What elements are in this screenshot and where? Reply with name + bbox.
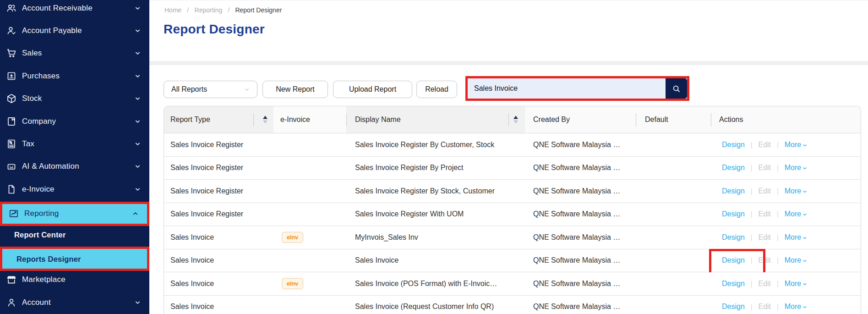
chevron-down-icon	[134, 50, 141, 57]
chevron-down-icon	[134, 299, 141, 306]
sidebar-item-tax[interactable]: Tax	[0, 132, 149, 155]
design-annotation-wrap: Design	[722, 141, 745, 149]
design-link[interactable]: Design	[722, 303, 745, 311]
sidebar-item-account-payable[interactable]: Account Payable	[0, 19, 149, 42]
sidebar-item-ai-automation[interactable]: AI & Automation	[0, 155, 149, 178]
more-link[interactable]: More	[785, 303, 808, 311]
column-header-actions: Actions	[719, 116, 743, 124]
edit-link-disabled: Edit	[758, 187, 771, 195]
report-type-cell: Sales Invoice Register	[170, 164, 243, 172]
design-link[interactable]: Design	[722, 210, 745, 218]
design-link[interactable]: Design	[722, 164, 745, 172]
more-link[interactable]: More	[785, 256, 808, 264]
display-name-cell: Sales Invoice Register With UOM	[355, 210, 464, 218]
more-link[interactable]: More	[785, 280, 808, 288]
design-link[interactable]: Design	[722, 256, 745, 264]
sidebar-item-account[interactable]: Account	[0, 291, 149, 314]
more-link[interactable]: More	[785, 141, 808, 149]
sidebar-item-reporting[interactable]: Reporting	[0, 202, 149, 226]
design-link[interactable]: Design	[722, 141, 745, 149]
breadcrumb-current: Report Designer	[235, 6, 282, 14]
report-designer-page: Account Receivable Account Payable Sales…	[0, 0, 868, 314]
column-header-report-type[interactable]: Report Type	[170, 116, 210, 124]
breadcrumb-separator: /	[228, 6, 229, 14]
new-report-button[interactable]: New Report	[262, 81, 328, 98]
display-name-cell: Sales Invoice	[355, 256, 399, 264]
design-link[interactable]: Design	[722, 233, 745, 242]
report-type-cell: Sales Invoice	[170, 256, 214, 264]
report-type-cell: Sales Invoice	[170, 280, 214, 288]
more-link[interactable]: More	[785, 233, 808, 242]
report-filter-select[interactable]: All Reports	[164, 81, 257, 98]
sidebar-item-purchases[interactable]: Purchases	[0, 65, 149, 87]
chart-icon	[8, 208, 19, 219]
row-actions: Design | Edit | More	[722, 233, 808, 242]
section-divider	[149, 61, 868, 65]
sidebar-item-report-center[interactable]: Report Center	[0, 223, 149, 246]
chevron-down-icon	[802, 258, 808, 264]
report-type-cell: Sales Invoice Register	[170, 210, 243, 218]
more-link[interactable]: More	[785, 187, 808, 195]
book-icon	[6, 116, 17, 127]
action-separator: |	[751, 234, 753, 241]
sidebar-item-e-invoice[interactable]: e-Invoice	[0, 178, 149, 200]
row-actions: Design | Edit | More	[722, 187, 808, 195]
column-header-einvoice: e-Invoice	[280, 116, 310, 124]
sidebar-item-account-receivable[interactable]: Account Receivable	[0, 0, 149, 19]
created-by-cell: QNE Software Malaysia …	[533, 210, 620, 218]
action-separator: |	[777, 257, 779, 264]
chevron-down-icon	[802, 304, 808, 310]
report-filter-value: All Reports	[171, 85, 207, 94]
search-button[interactable]	[666, 78, 687, 99]
chevron-down-icon	[802, 235, 808, 241]
display-name-cell: Sales Invoice Register By Project	[355, 164, 464, 172]
created-by-cell: QNE Software Malaysia …	[533, 256, 620, 264]
action-separator: |	[751, 303, 753, 310]
breadcrumb-separator: /	[187, 6, 189, 14]
row-actions: Design | Edit | More	[722, 303, 808, 311]
chevron-down-icon	[134, 5, 141, 11]
einv-badge: eInv	[282, 232, 303, 243]
annotation-box-search	[465, 76, 689, 101]
created-by-cell: QNE Software Malaysia …	[533, 141, 620, 149]
design-link[interactable]: Design	[722, 280, 745, 288]
design-annotation-wrap: Design	[722, 187, 745, 195]
tax-doc-icon	[6, 138, 17, 149]
design-annotation-wrap: Design	[722, 280, 745, 288]
more-link[interactable]: More	[785, 164, 808, 172]
breadcrumb-reporting[interactable]: Reporting	[195, 6, 223, 14]
more-link[interactable]: More	[785, 210, 808, 218]
edit-link-disabled: Edit	[758, 303, 771, 311]
sidebar-item-reports-designer[interactable]: Reports Designer	[0, 247, 149, 271]
display-name-cell: Sales Invoice (POS Format) with E-Invoic…	[355, 280, 497, 288]
row-actions: Design | Edit | More	[722, 210, 808, 218]
search-input[interactable]	[468, 78, 666, 99]
document-icon	[6, 184, 17, 195]
table-row: Sales Invoice Sales Invoice QNE Software…	[164, 249, 861, 273]
sidebar-item-marketplace[interactable]: Marketplace	[0, 269, 149, 291]
reload-button[interactable]: Reload	[416, 81, 457, 98]
edit-link-disabled: Edit	[758, 233, 771, 242]
action-separator: |	[751, 187, 753, 195]
action-separator: |	[751, 164, 753, 171]
display-name-cell: MyInvois_Sales Inv	[355, 233, 418, 242]
chevron-down-icon	[802, 165, 808, 171]
sidebar-item-company[interactable]: Company	[0, 110, 149, 132]
sidebar: Account Receivable Account Payable Sales…	[0, 0, 149, 314]
breadcrumb-home[interactable]: Home	[164, 6, 181, 14]
edit-link-disabled: Edit	[758, 141, 771, 149]
sidebar-item-sales[interactable]: Sales	[0, 42, 149, 65]
chevron-down-icon	[134, 72, 141, 79]
sort-control-report-type[interactable]	[263, 116, 267, 124]
search-box	[468, 78, 687, 99]
header-bg-rest	[525, 106, 861, 133]
upload-report-button[interactable]: Upload Report	[333, 81, 412, 98]
action-separator: |	[777, 303, 779, 310]
sidebar-item-stock[interactable]: Stock	[0, 88, 149, 110]
sort-control-display-name[interactable]	[513, 116, 518, 124]
column-header-display-name[interactable]: Display Name	[355, 116, 401, 124]
person-icon	[6, 297, 17, 308]
header-divider	[346, 113, 347, 127]
design-link[interactable]: Design	[722, 187, 745, 195]
table-header: Report Type e-Invoice Display Name Creat…	[164, 106, 861, 133]
